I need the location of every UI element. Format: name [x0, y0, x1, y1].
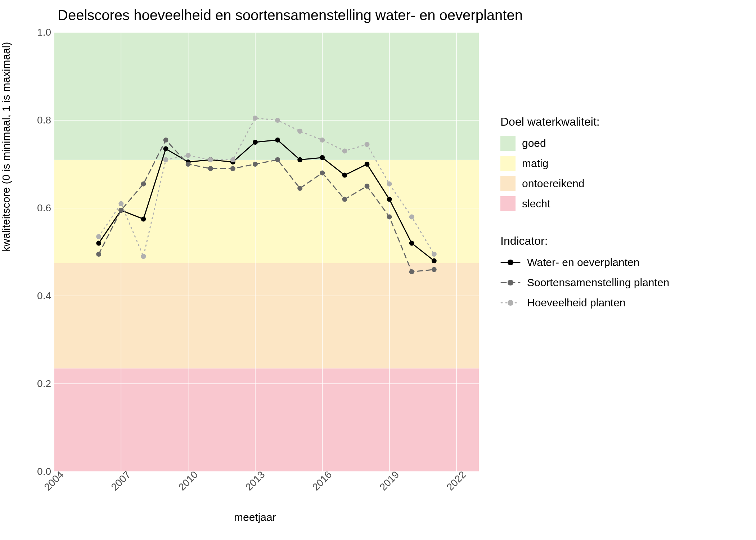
legend-label: Soortensamenstelling planten — [527, 276, 669, 289]
series-point — [96, 252, 101, 257]
legend-item-band: ontoereikend — [500, 176, 745, 191]
legend-item-band: goed — [500, 136, 745, 151]
quality-band-ontoereikend — [54, 263, 479, 369]
plot-area — [54, 32, 479, 472]
legend-item-band: slecht — [500, 196, 745, 211]
plot-svg — [54, 32, 479, 472]
x-tick-label: 2007 — [109, 469, 133, 493]
series-point — [409, 241, 414, 246]
series-point — [118, 208, 123, 213]
legend-label: slecht — [522, 198, 550, 210]
series-point — [387, 214, 392, 219]
legend-title-bands: Doel waterkwaliteit: — [500, 115, 745, 129]
legend-title-series: Indicator: — [500, 234, 745, 248]
legend-label: goed — [522, 137, 546, 149]
series-point — [141, 181, 146, 186]
series-point — [409, 214, 414, 219]
series-point — [342, 197, 347, 202]
series-point — [118, 201, 123, 206]
y-tick-label: 0.8 — [37, 114, 51, 126]
series-point — [208, 157, 213, 162]
series-point — [230, 157, 235, 162]
series-point — [96, 234, 101, 239]
series-point — [275, 157, 280, 162]
legend-item-band: matig — [500, 156, 745, 171]
series-point — [163, 157, 168, 162]
series-point — [186, 162, 191, 167]
series-point — [163, 138, 168, 143]
series-point — [409, 269, 414, 274]
legend-label: Hoeveelheid planten — [527, 297, 626, 309]
legend-item-series: Water- en oeverplanten — [500, 255, 745, 270]
series-point — [275, 138, 280, 143]
legend-label: matig — [522, 157, 548, 170]
y-axis-label: kwaliteitscore (0 is minimaal, 1 is maxi… — [0, 42, 12, 252]
legend-item-series: Hoeveelheid planten — [500, 295, 745, 310]
series-point — [141, 217, 146, 222]
series-point — [297, 186, 302, 191]
y-tick-label: 0.2 — [37, 378, 51, 390]
series-point — [141, 254, 146, 259]
series-point — [253, 116, 258, 121]
legend-line-sample — [500, 295, 521, 310]
legend-swatch — [500, 156, 516, 171]
svg-point-3 — [508, 280, 513, 285]
series-point — [320, 155, 325, 160]
y-tick-label: 1.0 — [37, 27, 51, 38]
series-point — [297, 157, 302, 162]
series-point — [342, 173, 347, 178]
svg-point-1 — [508, 260, 513, 265]
series-point — [432, 252, 437, 257]
series-point — [208, 166, 213, 171]
legend: Doel waterkwaliteit: goedmatigontoereike… — [500, 115, 745, 315]
x-axis: 2004200720102013201620192022 — [54, 472, 479, 508]
y-tick-label: 0.4 — [37, 290, 51, 302]
svg-point-5 — [508, 300, 513, 306]
y-tick-label: 0.0 — [37, 466, 51, 477]
series-point — [364, 142, 369, 147]
series-point — [297, 129, 302, 134]
series-point — [163, 146, 168, 151]
series-point — [387, 181, 392, 186]
x-tick-label: 2022 — [445, 469, 469, 493]
y-tick-label: 0.6 — [37, 202, 51, 214]
series-point — [364, 162, 369, 167]
series-point — [320, 138, 325, 143]
legend-label: ontoereikend — [522, 177, 584, 190]
chart: Deelscores hoeveelheid en soortensamenst… — [4, 7, 752, 533]
series-point — [432, 258, 437, 263]
series-point — [253, 162, 258, 167]
x-tick-label: 2016 — [310, 469, 334, 493]
series-point — [342, 148, 347, 153]
legend-swatch — [500, 176, 516, 191]
legend-line-sample — [500, 275, 521, 290]
series-point — [387, 197, 392, 202]
legend-label: Water- en oeverplanten — [527, 256, 639, 269]
x-tick-label: 2010 — [176, 469, 200, 493]
series-point — [96, 241, 101, 246]
legend-swatch — [500, 136, 516, 151]
series-point — [432, 267, 437, 272]
x-tick-label: 2013 — [243, 469, 267, 493]
x-tick-label: 2019 — [377, 469, 401, 493]
series-point — [186, 153, 191, 158]
x-axis-label: meetjaar — [234, 511, 276, 523]
series-point — [320, 170, 325, 175]
series-point — [275, 118, 280, 123]
legend-swatch — [500, 196, 516, 211]
legend-item-series: Soortensamenstelling planten — [500, 275, 745, 290]
series-point — [364, 184, 369, 189]
series-point — [230, 166, 235, 171]
legend-line-sample — [500, 255, 521, 270]
y-axis: 0.00.20.40.60.81.0 — [32, 32, 54, 472]
quality-band-matig — [54, 160, 479, 263]
series-point — [253, 140, 258, 145]
chart-title: Deelscores hoeveelheid en soortensamenst… — [58, 7, 523, 23]
